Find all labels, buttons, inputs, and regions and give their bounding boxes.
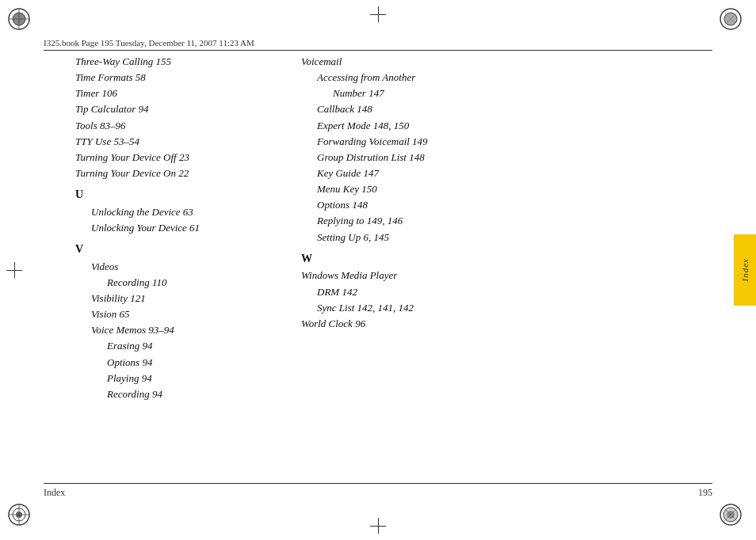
- list-item: Vision 65: [75, 306, 277, 322]
- list-item: V: [75, 241, 277, 258]
- list-item: Unlocking the Device 63: [75, 204, 277, 220]
- list-item: Options 148: [301, 197, 685, 213]
- list-item: Visibility 121: [75, 291, 277, 306]
- header: I325.book Page 195 Tuesday, December 11,…: [44, 38, 712, 51]
- left-column: Three-Way Calling 155Time Formats 58Time…: [75, 54, 277, 477]
- list-item: Number 147: [301, 86, 685, 101]
- list-item: Accessing from Another: [301, 70, 685, 86]
- list-item: Replying to 149, 146: [301, 213, 685, 229]
- list-item: Unlocking Your Device 61: [75, 220, 277, 236]
- list-item: Recording 94: [75, 386, 277, 402]
- list-item: U: [75, 186, 277, 203]
- list-item: Forwarding Voicemail 149: [301, 134, 685, 150]
- list-item: Time Formats 58: [75, 70, 277, 86]
- corner-mark-bl: [6, 502, 38, 534]
- list-item: Erasing 94: [75, 338, 277, 354]
- list-item: TTY Use 53–54: [75, 134, 277, 150]
- list-item: Recording 110: [75, 275, 277, 291]
- index-tab-label: Index: [740, 258, 750, 281]
- list-item: Sync List 142, 141, 142: [301, 300, 685, 316]
- list-item: Expert Mode 148, 150: [301, 118, 685, 134]
- right-column: VoicemailAccessing from AnotherNumber 14…: [301, 54, 685, 477]
- list-item: Group Distrution List 148: [301, 150, 685, 165]
- list-item: Setting Up 6, 145: [301, 230, 685, 245]
- list-item: W: [301, 250, 685, 268]
- footer-right: 195: [698, 487, 712, 499]
- crosshair-top: [370, 6, 386, 22]
- footer: Index 195: [44, 483, 712, 499]
- header-text: I325.book Page 195 Tuesday, December 11,…: [44, 38, 254, 48]
- index-tab: Index: [734, 234, 756, 306]
- corner-mark-tr: [718, 6, 750, 38]
- corner-mark-br: [718, 502, 750, 534]
- list-item: World Clock 96: [301, 316, 685, 332]
- list-item: Tools 83–96: [75, 118, 277, 134]
- list-item: Tip Calculator 94: [75, 101, 277, 117]
- list-item: Windows Media Player: [301, 268, 685, 283]
- list-item: Voice Memos 93–94: [75, 322, 277, 338]
- list-item: Videos: [75, 259, 277, 275]
- list-item: Voicemail: [301, 54, 685, 70]
- list-item: Options 94: [75, 355, 277, 371]
- list-item: Callback 148: [301, 101, 685, 117]
- list-item: Turning Your Device On 22: [75, 165, 277, 181]
- list-item: Menu Key 150: [301, 181, 685, 197]
- list-item: Turning Your Device Off 23: [75, 150, 277, 165]
- list-item: Three-Way Calling 155: [75, 54, 277, 70]
- footer-left: Index: [44, 487, 65, 499]
- list-item: Key Guide 147: [301, 165, 685, 181]
- list-item: Timer 106: [75, 86, 277, 101]
- corner-mark-tl: [6, 6, 38, 38]
- list-item: DRM 142: [301, 284, 685, 300]
- crosshair-left: [6, 262, 22, 278]
- crosshair-bottom: [370, 518, 386, 534]
- main-content: Three-Way Calling 155Time Formats 58Time…: [75, 54, 685, 477]
- list-item: Playing 94: [75, 371, 277, 386]
